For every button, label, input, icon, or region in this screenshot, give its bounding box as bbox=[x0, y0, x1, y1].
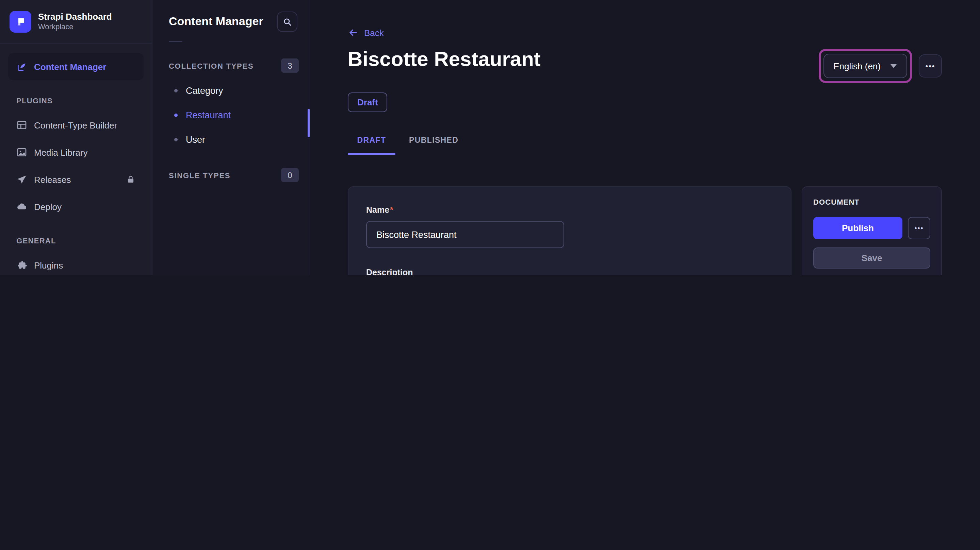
subnav-item-label: Restaurant bbox=[186, 110, 231, 120]
sidebar-item-label: Deploy bbox=[34, 201, 62, 212]
sidebar-item-content-manager[interactable]: Content Manager bbox=[8, 53, 143, 80]
content-type-builder-icon bbox=[16, 120, 27, 130]
strapi-logo-icon bbox=[10, 11, 31, 32]
main-sidebar: Strapi Dashboard Workplace Content Manag… bbox=[0, 0, 153, 275]
sidebar-item-label: Content-Type Builder bbox=[34, 120, 117, 130]
publish-button[interactable]: Publish bbox=[813, 217, 902, 239]
sidebar-item-content-type-builder[interactable]: Content-Type Builder bbox=[8, 111, 143, 139]
sidebar-item-label: Plugins bbox=[34, 260, 63, 270]
collection-types-header: COLLECTION TYPES 3 bbox=[153, 49, 310, 77]
active-item-indicator bbox=[308, 109, 310, 137]
subnav-item-category[interactable]: Category bbox=[153, 78, 310, 103]
chevron-down-icon bbox=[890, 64, 897, 68]
workspace-brand[interactable]: Strapi Dashboard Workplace bbox=[0, 0, 152, 43]
page-title: Biscotte Restaurant bbox=[348, 48, 541, 71]
description-field-group: Description Text bbox=[366, 266, 773, 275]
single-types-header: SINGLE TYPES 0 bbox=[153, 159, 310, 186]
sidebar-item-label: Content Manager bbox=[34, 62, 106, 72]
required-asterisk: * bbox=[390, 205, 393, 215]
single-types-count: 0 bbox=[281, 168, 299, 182]
sidebar-section-plugins: PLUGINS bbox=[8, 97, 143, 105]
search-button[interactable] bbox=[277, 11, 298, 32]
workspace-title: Strapi Dashboard bbox=[38, 11, 112, 22]
collection-types-count: 3 bbox=[281, 59, 299, 73]
locale-value: English (en) bbox=[833, 61, 881, 71]
sidebar-item-label: Releases bbox=[34, 174, 71, 185]
back-label: Back bbox=[364, 27, 384, 38]
name-field-group: Name* bbox=[366, 203, 773, 248]
status-badge: Draft bbox=[348, 92, 388, 112]
document-panel: DOCUMENT Publish ••• Save bbox=[802, 186, 942, 275]
subnav-item-user[interactable]: User bbox=[153, 127, 310, 152]
sidebar-item-deploy[interactable]: Deploy bbox=[8, 193, 143, 220]
single-types-label: SINGLE TYPES bbox=[169, 171, 231, 179]
collection-types-list: Category Restaurant User bbox=[153, 78, 310, 152]
collection-types-label: COLLECTION TYPES bbox=[169, 62, 253, 70]
version-tabs: DRAFT PUBLISHED bbox=[348, 135, 942, 155]
sidebar-item-label: Media Library bbox=[34, 147, 88, 157]
search-icon bbox=[283, 17, 292, 26]
document-more-button[interactable]: ••• bbox=[908, 217, 930, 239]
subnav-title: Content Manager bbox=[169, 15, 263, 29]
workspace-subtitle: Workplace bbox=[38, 22, 112, 32]
puzzle-icon bbox=[16, 260, 27, 271]
tab-draft[interactable]: DRAFT bbox=[348, 135, 395, 155]
tab-published[interactable]: PUBLISHED bbox=[405, 135, 453, 155]
subnav-item-label: Category bbox=[186, 85, 223, 95]
sidebar-section-general: GENERAL bbox=[8, 236, 143, 245]
name-input[interactable] bbox=[366, 221, 564, 248]
lock-icon bbox=[126, 175, 135, 184]
sidebar-nav: Content Manager PLUGINS Content-Type Bui… bbox=[0, 43, 152, 275]
subnav-item-label: User bbox=[186, 134, 205, 144]
ellipsis-icon: ••• bbox=[925, 62, 935, 70]
sidebar-item-releases[interactable]: Releases bbox=[8, 166, 143, 193]
feather-pen-icon bbox=[16, 61, 27, 72]
ellipsis-icon: ••• bbox=[914, 224, 924, 232]
media-library-icon bbox=[16, 147, 27, 158]
entry-form-card: Name* Description Text bbox=[348, 186, 791, 275]
content-manager-subnav: Content Manager COLLECTION TYPES 3 Categ… bbox=[153, 0, 310, 275]
paper-plane-icon bbox=[16, 174, 27, 185]
header-more-button[interactable]: ••• bbox=[919, 54, 942, 78]
description-label: Description bbox=[366, 268, 413, 275]
document-panel-title: DOCUMENT bbox=[813, 198, 930, 206]
back-link[interactable]: Back bbox=[348, 27, 384, 38]
annotation-highlight-box: English (en) bbox=[818, 49, 912, 83]
bullet-icon bbox=[174, 89, 178, 92]
cloud-icon bbox=[16, 201, 27, 212]
divider bbox=[169, 41, 182, 42]
sidebar-item-plugins[interactable]: Plugins bbox=[8, 252, 143, 275]
save-button[interactable]: Save bbox=[813, 247, 930, 269]
subnav-item-restaurant[interactable]: Restaurant bbox=[153, 103, 310, 127]
name-label: Name* bbox=[366, 205, 393, 215]
locale-select[interactable]: English (en) bbox=[823, 54, 907, 78]
main-content: Back Biscotte Restaurant English (en) ••… bbox=[310, 0, 980, 275]
bullet-icon bbox=[174, 138, 178, 141]
arrow-left-icon bbox=[348, 27, 359, 38]
sidebar-item-media-library[interactable]: Media Library bbox=[8, 139, 143, 166]
app-window: Strapi Dashboard Workplace Content Manag… bbox=[0, 0, 980, 275]
bullet-icon bbox=[174, 113, 178, 117]
